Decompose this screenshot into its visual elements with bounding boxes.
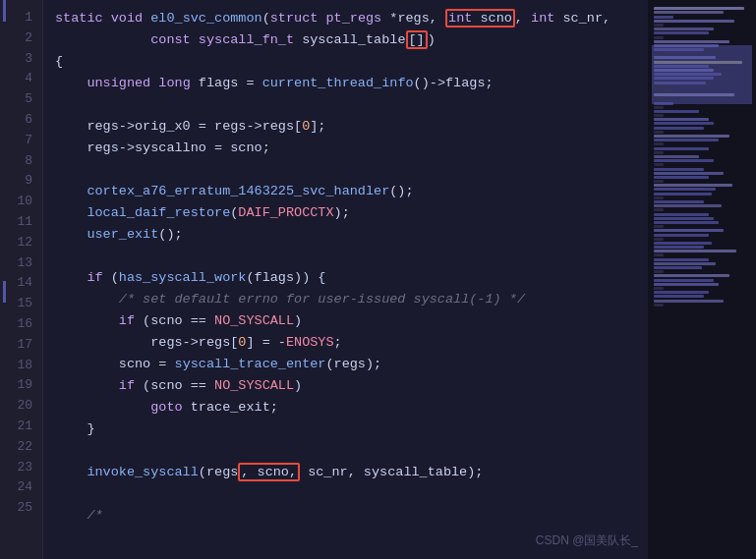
code-line: unsigned long flags = current_thread_inf… [55,73,636,94]
code-line: if (scno == NO_SYSCALL) [55,310,636,332]
code-line: user_exit(); [55,224,636,246]
code-line: regs->regs[0] = -ENOSYS; [55,332,636,354]
left-gutter [0,0,6,559]
code-line: cortex_a76_erratum_1463225_svc_handler()… [55,181,636,202]
code-line: const syscall_fn_t syscall_table[]) [55,29,636,51]
code-line: static void el0_svc_common(struct pt_reg… [55,8,636,29]
code-line: goto trace_exit; [55,397,636,419]
minimap: /* comment */ [648,0,756,559]
watermark: CSDN @国美队长_ [536,532,638,549]
code-line: } [55,419,636,440]
code-line: regs->syscallno = scno; [55,138,636,159]
code-content: static void el0_svc_common(struct pt_reg… [43,0,648,559]
line-numbers: 1 2 3 4 5 6 7 8 9 10 11 12 13 14 15 16 1… [6,0,43,559]
minimap-content: /* comment */ [652,6,752,553]
code-line: /* [55,505,636,527]
editor-container: 1 2 3 4 5 6 7 8 9 10 11 12 13 14 15 16 1… [0,0,756,559]
code-line: if (has_syscall_work(flags)) { [55,267,636,289]
code-line [55,94,636,116]
code-line [55,159,636,181]
code-line: if (scno == NO_SYSCALL) [55,375,636,397]
code-line: local_daif_restore(DAIF_PROCCTX); [55,202,636,224]
code-line: regs->orig_x0 = regs->regs[0]; [55,116,636,138]
code-line [55,483,636,505]
code-line: scno = syscall_trace_enter(regs); [55,354,636,375]
code-line: invoke_syscall(regs, scno, sc_nr, syscal… [55,462,636,483]
code-line: /* set default errno for user-issued sys… [55,289,636,310]
code-line [55,440,636,462]
code-line [55,246,636,267]
code-line: { [55,51,636,73]
